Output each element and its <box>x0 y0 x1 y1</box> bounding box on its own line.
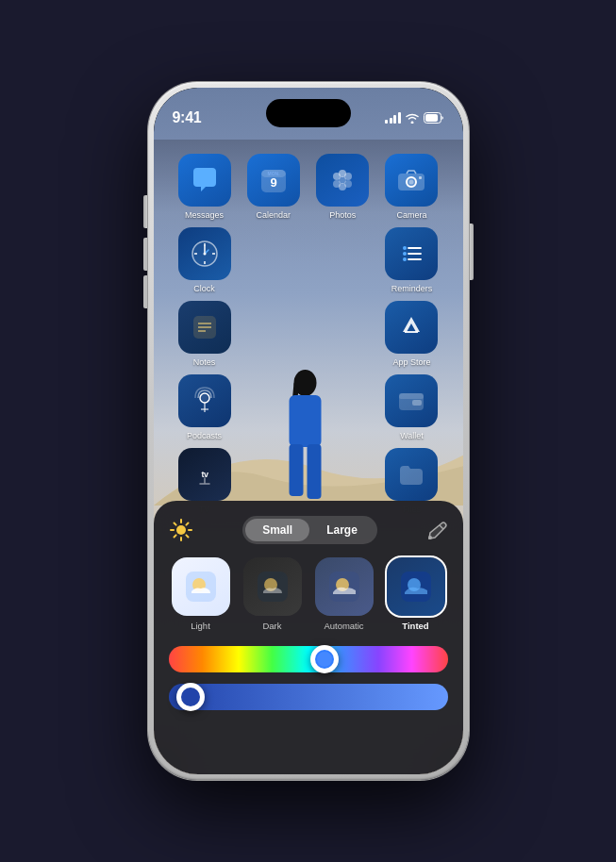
app-item-podcasts[interactable]: Podcasts <box>173 374 237 440</box>
app-item-camera[interactable]: Camera <box>379 154 443 220</box>
svg-point-28 <box>203 253 206 256</box>
reminders-label: Reminders <box>391 284 433 293</box>
phone-inner: 9:41 <box>154 88 463 774</box>
photos-icon <box>316 154 369 207</box>
dynamic-island <box>266 99 351 127</box>
style-light-label: Light <box>191 621 210 631</box>
size-large-button[interactable]: Large <box>309 519 375 541</box>
appstore-icon <box>385 301 438 354</box>
style-tinted-preview <box>387 557 445 616</box>
camera-icon <box>385 154 438 207</box>
style-tinted[interactable]: Tinted <box>387 557 445 631</box>
empty-icon-8 <box>316 448 369 501</box>
app-item-empty-6 <box>310 374 375 440</box>
color-hue-slider[interactable] <box>169 646 448 672</box>
style-auto-label: Automatic <box>324 621 363 631</box>
panel-header: Small Large <box>169 516 448 544</box>
style-dark[interactable]: Dark <box>243 557 302 631</box>
app-item-notes[interactable]: Notes <box>173 301 237 367</box>
camera-label: Camera <box>396 210 426 220</box>
svg-point-31 <box>403 252 407 256</box>
status-icons <box>385 112 444 124</box>
app-item-empty-5 <box>241 374 306 440</box>
svg-text:MON.: MON. <box>267 171 280 176</box>
app-item-wallet[interactable]: Wallet <box>379 374 443 440</box>
size-small-button[interactable]: Small <box>245 519 309 541</box>
empty-icon-7 <box>247 448 300 501</box>
style-light[interactable]: Light <box>172 557 230 631</box>
appstore-label: App Store <box>392 357 430 367</box>
notes-icon <box>178 301 231 354</box>
eyedropper-icon[interactable] <box>426 520 447 540</box>
sat-thumb-inner <box>181 688 200 706</box>
color-slider-container <box>169 646 448 710</box>
app-row-4: Podcasts <box>173 374 444 440</box>
svg-point-47 <box>176 525 186 535</box>
app-item-clock[interactable]: Clock <box>173 227 237 293</box>
calendar-label: Calendar <box>257 210 291 220</box>
wifi-icon <box>406 112 419 124</box>
svg-point-29 <box>403 246 407 250</box>
style-dark-preview <box>243 557 302 616</box>
app-grid: Messages 9 MON. Calendar <box>154 144 463 531</box>
app-row-3: Notes <box>173 301 444 367</box>
svg-line-54 <box>186 523 188 525</box>
app-item-messages[interactable]: Messages <box>173 154 237 220</box>
app-row-1: Messages 9 MON. Calendar <box>173 154 444 220</box>
saturation-slider[interactable] <box>169 684 448 710</box>
svg-text:9: 9 <box>270 175 276 190</box>
podcasts-label: Podcasts <box>187 431 222 440</box>
sat-thumb[interactable] <box>176 683 205 711</box>
svg-rect-20 <box>419 176 422 179</box>
svg-point-33 <box>403 257 407 261</box>
empty-icon-4 <box>316 301 369 354</box>
style-tinted-label: Tinted <box>402 621 428 631</box>
battery-icon <box>424 112 444 124</box>
size-toggle: Small Large <box>242 516 377 544</box>
empty-icon-5 <box>247 374 300 427</box>
svg-point-57 <box>428 536 432 539</box>
tv-icon: tv <box>178 448 231 501</box>
clock-label: Clock <box>193 284 215 293</box>
svg-line-52 <box>174 523 175 525</box>
empty-icon-1 <box>247 227 300 280</box>
icon-styles: Light Dark <box>169 557 448 631</box>
clock-icon <box>178 227 231 280</box>
notes-label: Notes <box>193 357 216 367</box>
phone-frame: 9:41 <box>148 82 469 780</box>
svg-point-40 <box>200 393 209 403</box>
style-dark-label: Dark <box>262 621 281 631</box>
style-auto-preview <box>315 557 374 616</box>
wallet-label: Wallet <box>400 431 424 440</box>
svg-rect-45 <box>412 400 422 406</box>
svg-rect-44 <box>399 393 424 399</box>
svg-line-53 <box>186 535 188 537</box>
app-item-empty-1 <box>241 227 306 293</box>
style-light-preview <box>172 557 230 616</box>
app-item-appstore[interactable]: App Store <box>379 301 443 367</box>
messages-label: Messages <box>185 210 224 220</box>
svg-point-16 <box>339 176 346 184</box>
app-row-2: Clock <box>173 227 444 293</box>
empty-icon-2 <box>316 227 369 280</box>
app-item-calendar[interactable]: 9 MON. Calendar <box>241 154 306 220</box>
svg-line-55 <box>174 535 175 537</box>
files-icon <box>385 448 438 501</box>
hue-thumb[interactable] <box>310 645 339 673</box>
screen: 9:41 <box>154 88 463 774</box>
status-time: 9:41 <box>173 109 202 126</box>
empty-icon-6 <box>316 374 369 427</box>
app-item-empty-3 <box>241 301 306 367</box>
style-automatic[interactable]: Automatic <box>315 557 374 631</box>
reminders-icon <box>385 227 438 280</box>
photos-label: Photos <box>329 210 356 220</box>
svg-point-19 <box>409 180 414 185</box>
svg-rect-5 <box>425 114 438 122</box>
bottom-panel: Small Large <box>154 501 463 774</box>
signal-icon <box>385 112 401 124</box>
wallet-icon <box>385 374 438 427</box>
hue-thumb-inner <box>315 650 334 669</box>
app-item-reminders[interactable]: Reminders <box>379 227 443 293</box>
empty-icon-3 <box>247 301 300 354</box>
app-item-photos[interactable]: Photos <box>310 154 375 220</box>
